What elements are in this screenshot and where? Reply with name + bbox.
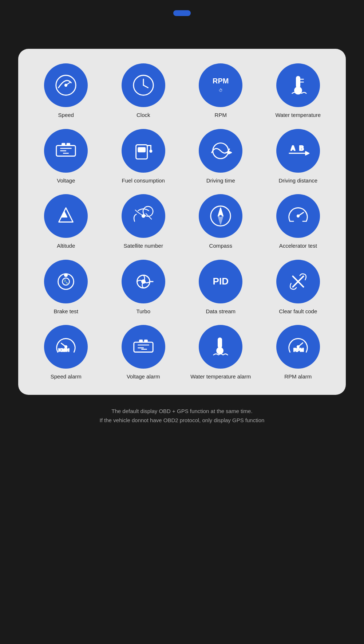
svg-text:A: A [290,145,295,152]
feature-item-compass: Compass [184,194,258,250]
feature-item-driving-time: Driving time [184,129,258,184]
svg-rect-17 [138,148,145,152]
feature-label-brake: Brake test [54,308,78,315]
feature-item-voltage-alarm: Voltage alarm [107,325,181,380]
feature-label-driving-time: Driving time [206,177,235,184]
compass-icon [199,194,242,238]
feature-item-speed: Speed [29,63,103,119]
driving-time-icon [199,129,242,173]
feature-label-pid: Data stream [206,308,236,315]
feature-item-rpm-alarm: RPMRPM alarm [261,325,335,380]
feature-label-rpm: RPM [215,111,227,119]
svg-point-20 [150,150,152,152]
feature-item-driving-distance: ABDriving distance [261,129,335,184]
feature-item-brake: 🔧Brake test [29,260,103,315]
clock-icon [122,63,165,107]
feature-item-fuel: Fuel consumption [107,129,181,184]
svg-rect-55 [139,340,142,342]
feature-label-voltage: Voltage [57,177,75,184]
water-alarm-icon [199,325,242,369]
svg-point-47 [142,280,145,283]
feature-label-rpm-alarm: RPM alarm [284,373,312,380]
brake-icon: 🔧 [44,260,88,303]
features-grid: SpeedClockRPM⏱RPMWater temperatureVoltag… [29,63,335,380]
accelerator-icon [276,194,320,238]
feature-item-voltage: Voltage [29,129,103,184]
turbo-icon [122,260,165,303]
feature-label-turbo: Turbo [136,308,150,315]
voltage-icon [44,129,88,173]
feature-item-rpm: RPM⏱RPM [184,63,258,119]
feature-label-compass: Compass [209,242,232,250]
svg-line-31 [138,212,143,216]
svg-point-61 [217,347,223,354]
svg-marker-23 [229,151,232,154]
features-card: SpeedClockRPM⏱RPMWater temperatureVoltag… [18,49,346,395]
feature-item-turbo: Turbo [107,260,181,315]
feature-label-altitude: Altitude [57,242,75,250]
top-badge [173,10,191,16]
svg-line-5 [143,85,148,88]
fault-icon [276,260,320,303]
fuel-icon [122,129,165,173]
svg-rect-14 [67,143,70,145]
rpm-alarm-icon: RPM [276,325,320,369]
svg-marker-36 [218,208,223,216]
feature-label-speed: Speed [58,111,74,119]
feature-label-fault: Clear fault code [279,308,317,315]
svg-text:🔧: 🔧 [63,279,69,284]
svg-text:KM/H: KM/H [59,347,70,352]
altitude-icon [44,194,88,238]
feature-item-satellite: Satellite number [107,194,181,250]
svg-rect-56 [145,340,147,342]
feature-item-water-temp: Water temperature [261,63,335,119]
feature-item-pid: PIDData stream [184,260,258,315]
svg-marker-27 [305,151,309,155]
feature-label-speed-alarm: Speed alarm [51,373,82,380]
pid-icon: PID [199,260,242,303]
feature-item-fault: Clear fault code [261,260,335,315]
svg-text:B: B [299,145,304,152]
satellite-icon [122,194,165,238]
svg-point-53 [65,346,67,348]
rpm-icon: RPM⏱ [199,63,242,107]
driving-distance-icon: AB [276,129,320,173]
feature-item-speed-alarm: KM/HSpeed alarm [29,325,103,380]
svg-point-64 [297,346,299,348]
svg-point-44 [64,274,67,276]
svg-line-2 [66,82,71,85]
svg-rect-60 [218,338,222,348]
svg-point-39 [297,215,299,217]
water-temp-icon [276,63,320,107]
feature-item-accelerator: Accelerator test [261,194,335,250]
feature-item-water-alarm: Water temperature alarm [184,325,258,380]
svg-rect-13 [62,143,65,145]
svg-line-32 [135,210,138,212]
footer-text: The default display OBD + GPS function a… [100,407,265,425]
feature-item-altitude: Altitude [29,194,103,250]
feature-label-accelerator: Accelerator test [279,242,317,250]
feature-label-fuel: Fuel consumption [122,177,165,184]
feature-label-driving-distance: Driving distance [278,177,317,184]
feature-item-clock: Clock [107,63,181,119]
feature-label-clock: Clock [136,111,150,119]
feature-label-water-temp: Water temperature [276,111,321,119]
feature-label-satellite: Satellite number [124,242,163,250]
svg-rect-6 [296,76,300,88]
feature-label-voltage-alarm: Voltage alarm [127,373,160,380]
svg-rect-54 [134,342,153,352]
speed-icon [44,63,88,107]
feature-label-water-alarm: Water temperature alarm [190,373,251,380]
svg-marker-37 [218,216,223,224]
speed-alarm-icon: KM/H [44,325,88,369]
voltage-alarm-icon [122,325,165,369]
